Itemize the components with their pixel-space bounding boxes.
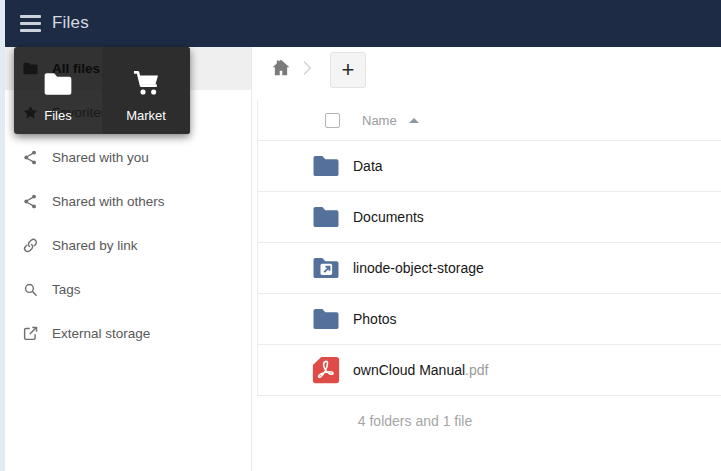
table-row[interactable]: Photos (258, 294, 721, 345)
pdf-icon (311, 355, 341, 385)
new-file-button[interactable]: + (330, 52, 366, 88)
folder-icon (39, 68, 77, 100)
chevron-right-icon (297, 57, 317, 79)
folder-external-icon (311, 253, 341, 283)
page-title: Files (52, 13, 89, 33)
hamburger-menu-icon[interactable] (20, 15, 42, 32)
sidebar-item-label: Shared by link (52, 238, 138, 253)
file-name: Photos (353, 311, 397, 327)
name-column-header[interactable]: Name (362, 113, 397, 128)
sidebar-item-shared-with-you[interactable]: Shared with you (5, 135, 251, 179)
share-icon (22, 149, 39, 166)
table-row[interactable]: Data (258, 141, 721, 192)
table-row[interactable]: linode-object-storage (258, 243, 721, 294)
folder-icon (311, 202, 341, 232)
sidebar-item-tags[interactable]: Tags (5, 267, 251, 311)
table-row[interactable]: ownCloud Manual.pdf (258, 345, 721, 396)
sidebar-item-shared-with-others[interactable]: Shared with others (5, 179, 251, 223)
app-tile-label: Market (126, 108, 166, 123)
file-table: Data Documents linode-object-storage Pho… (257, 141, 721, 396)
file-extension: .pdf (465, 362, 488, 378)
file-name: Documents (353, 209, 424, 225)
share-icon (22, 193, 39, 210)
table-row[interactable]: Documents (258, 192, 721, 243)
app-tile-files[interactable]: Files (14, 47, 102, 134)
file-list-summary: 4 folders and 1 file (257, 413, 573, 429)
owncloud-files-app: Files All files Favorites Shared with yo… (0, 0, 721, 471)
sidebar-item-label: Shared with others (52, 194, 165, 209)
top-bar: Files (5, 0, 721, 47)
file-name: ownCloud Manual (353, 362, 465, 378)
search-icon (22, 281, 39, 298)
sidebar-item-label: External storage (52, 326, 150, 341)
sidebar-item-label: Tags (52, 282, 81, 297)
file-name: linode-object-storage (353, 260, 484, 276)
cart-icon (127, 66, 165, 100)
sidebar-item-label: Shared with you (52, 150, 149, 165)
external-link-icon (22, 325, 39, 342)
file-name: Data (353, 158, 383, 174)
app-tile-label: Files (44, 108, 71, 123)
select-all-checkbox[interactable] (325, 113, 340, 128)
sidebar-item-shared-by-link[interactable]: Shared by link (5, 223, 251, 267)
folder-icon (311, 151, 341, 181)
app-tile-market[interactable]: Market (102, 47, 190, 134)
file-table-header: Name (257, 100, 721, 141)
link-icon (22, 237, 39, 254)
folder-icon (311, 304, 341, 334)
app-switcher-menu: Files Market (14, 47, 190, 134)
sort-ascending-icon (409, 118, 419, 123)
breadcrumb-home-icon[interactable] (270, 57, 292, 79)
sidebar-item-external-storage[interactable]: External storage (5, 311, 251, 355)
